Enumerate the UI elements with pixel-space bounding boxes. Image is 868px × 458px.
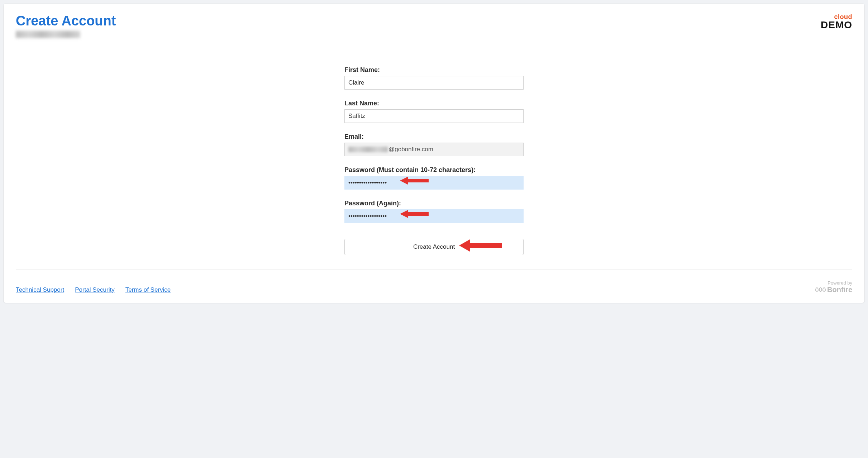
signup-form: First Name: Last Name: Email: @gobonfire… (344, 66, 524, 255)
portal-security-link[interactable]: Portal Security (75, 286, 115, 294)
technical-support-link[interactable]: Technical Support (16, 286, 64, 294)
page-title: Create Account (16, 14, 116, 29)
submit-group: Create Account (344, 239, 524, 255)
powered-by-label: Powered by (815, 281, 852, 286)
email-redacted-prefix (348, 147, 388, 152)
header-divider (16, 46, 852, 46)
create-account-button[interactable]: Create Account (344, 239, 524, 255)
header-left: Create Account (16, 14, 116, 38)
first-name-group: First Name: (344, 66, 524, 90)
password-again-label: Password (Again): (344, 200, 524, 207)
logo-bottom-text: DEMO (821, 20, 852, 30)
first-name-label: First Name: (344, 66, 524, 74)
password-again-group: Password (Again): (344, 200, 524, 223)
footer-divider (16, 269, 852, 270)
password-input[interactable] (344, 176, 524, 190)
last-name-label: Last Name: (344, 100, 524, 107)
bonfire-flame-icon (815, 287, 826, 292)
email-group: Email: @gobonfire.com (344, 133, 524, 156)
email-input: @gobonfire.com (344, 143, 524, 156)
password-again-input[interactable] (344, 209, 524, 223)
footer-links: Technical Support Portal Security Terms … (16, 286, 171, 294)
powered-by-brand-text: Bonfire (827, 286, 852, 294)
email-suffix: @gobonfire.com (388, 146, 433, 153)
powered-by-block: Powered by Bonfire (815, 281, 852, 294)
email-label: Email: (344, 133, 524, 140)
create-account-card: Create Account cloud DEMO First Name: La… (4, 4, 864, 303)
password-label: Password (Must contain 10-72 characters)… (344, 166, 524, 174)
header-row: Create Account cloud DEMO (16, 14, 852, 38)
first-name-input[interactable] (344, 76, 524, 90)
last-name-input[interactable] (344, 109, 524, 123)
subtitle-redacted (16, 31, 80, 38)
brand-logo: cloud DEMO (821, 14, 852, 30)
powered-by-brand: Bonfire (815, 286, 852, 294)
last-name-group: Last Name: (344, 100, 524, 123)
terms-of-service-link[interactable]: Terms of Service (125, 286, 171, 294)
footer-row: Technical Support Portal Security Terms … (16, 281, 852, 294)
password-group: Password (Must contain 10-72 characters)… (344, 166, 524, 190)
